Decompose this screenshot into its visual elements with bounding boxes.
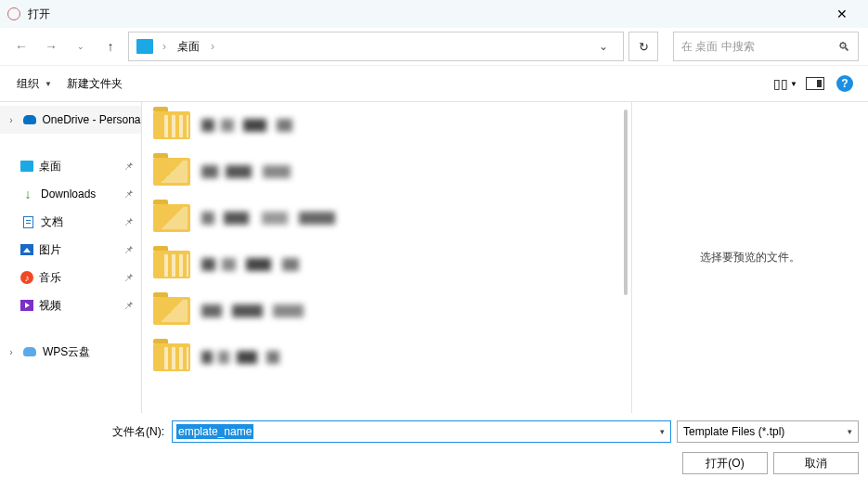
file-item[interactable] bbox=[153, 111, 620, 139]
sidebar-item-documents[interactable]: 文档 📌︎ bbox=[0, 208, 141, 236]
file-item[interactable] bbox=[153, 297, 620, 325]
breadcrumb[interactable]: › 桌面 › ⌄ bbox=[128, 32, 624, 61]
file-list bbox=[153, 111, 620, 371]
sidebar-item-pictures[interactable]: 图片 📌︎ bbox=[0, 236, 141, 264]
filename-value-selected: emplate_name bbox=[176, 424, 253, 439]
filename-input[interactable]: emplate_name ▾ bbox=[172, 420, 671, 443]
close-button[interactable]: ✕ bbox=[823, 0, 861, 28]
preview-empty-message: 选择要预览的文件。 bbox=[700, 250, 800, 265]
view-list-icon: ▯▯ bbox=[773, 76, 788, 91]
organize-button[interactable]: 组织 ▼ bbox=[9, 72, 59, 96]
folder-icon bbox=[153, 111, 190, 139]
file-name-redacted bbox=[201, 212, 359, 225]
file-item[interactable] bbox=[153, 158, 620, 186]
download-icon: ↓ bbox=[20, 187, 35, 201]
pin-icon: 📌︎ bbox=[123, 216, 134, 227]
search-icon: 🔍︎ bbox=[838, 40, 850, 54]
preview-pane-toggle[interactable] bbox=[801, 70, 829, 97]
pin-icon: 📌︎ bbox=[123, 244, 134, 255]
navbar: ← → ⌄ ↑ › 桌面 › ⌄ ↻ 在 桌面 中搜索 🔍︎ bbox=[0, 28, 868, 65]
titlebar: 打开 ✕ bbox=[0, 0, 868, 28]
file-list-area[interactable] bbox=[142, 102, 631, 413]
desktop-icon bbox=[20, 161, 33, 172]
folder-icon bbox=[153, 297, 190, 325]
file-item[interactable] bbox=[153, 251, 620, 278]
chevron-down-icon[interactable]: ▾ bbox=[660, 427, 665, 436]
search-input[interactable]: 在 桌面 中搜索 🔍︎ bbox=[673, 32, 859, 61]
pin-icon: 📌︎ bbox=[123, 161, 134, 172]
search-placeholder: 在 桌面 中搜索 bbox=[681, 39, 838, 55]
video-icon bbox=[20, 300, 33, 311]
chevron-right-icon[interactable]: › bbox=[207, 40, 218, 53]
file-item[interactable] bbox=[153, 343, 620, 371]
file-type-select[interactable]: Template Files (*.tpl) ▾ bbox=[677, 420, 859, 443]
pin-icon: 📌︎ bbox=[123, 300, 134, 311]
folder-icon bbox=[153, 204, 190, 232]
preview-pane: 选择要预览的文件。 bbox=[631, 102, 868, 413]
footer: 文件名(N): emplate_name ▾ Template Files (*… bbox=[0, 413, 868, 478]
filename-label: 文件名(N): bbox=[112, 424, 164, 440]
folder-icon bbox=[153, 158, 190, 186]
breadcrumb-segment[interactable]: 桌面 bbox=[172, 37, 205, 57]
wps-cloud-icon bbox=[22, 344, 37, 359]
documents-icon bbox=[20, 214, 35, 229]
chevron-down-icon: ▼ bbox=[45, 80, 52, 88]
file-name-redacted bbox=[201, 304, 304, 317]
refresh-button[interactable]: ↻ bbox=[628, 32, 658, 61]
help-button[interactable]: ? bbox=[831, 70, 859, 97]
view-mode-button[interactable]: ▯▯▼ bbox=[771, 70, 799, 97]
sidebar-item-downloads[interactable]: ↓ Downloads 📌︎ bbox=[0, 180, 141, 208]
file-name-redacted bbox=[201, 119, 331, 132]
help-icon: ? bbox=[836, 75, 853, 92]
pictures-icon bbox=[20, 244, 33, 255]
nav-forward-button[interactable]: → bbox=[39, 34, 63, 58]
nav-back-button[interactable]: ← bbox=[9, 34, 33, 58]
nav-recent-dropdown[interactable]: ⌄ bbox=[69, 34, 93, 58]
sidebar-item-videos[interactable]: 视频 📌︎ bbox=[0, 291, 141, 319]
nav-up-button[interactable]: ↑ bbox=[98, 34, 123, 58]
body: › OneDrive - Personal 桌面 📌︎ ↓ Downloads … bbox=[0, 102, 868, 413]
sidebar-item-wps[interactable]: › WPS云盘 bbox=[0, 338, 141, 366]
location-icon bbox=[136, 39, 153, 54]
new-folder-button[interactable]: 新建文件夹 bbox=[59, 72, 130, 96]
pin-icon: 📌︎ bbox=[123, 272, 134, 283]
chevron-down-icon: ▾ bbox=[848, 427, 852, 436]
file-name-redacted bbox=[201, 351, 313, 364]
folder-icon bbox=[153, 343, 190, 371]
file-name-redacted bbox=[201, 165, 313, 178]
chevron-down-icon: ▼ bbox=[790, 80, 797, 88]
cancel-button[interactable]: 取消 bbox=[773, 452, 859, 474]
onedrive-icon bbox=[22, 112, 37, 127]
sidebar: › OneDrive - Personal 桌面 📌︎ ↓ Downloads … bbox=[0, 102, 142, 413]
folder-icon bbox=[153, 251, 190, 278]
breadcrumb-dropdown[interactable]: ⌄ bbox=[588, 40, 619, 53]
sidebar-item-music[interactable]: ♪ 音乐 📌︎ bbox=[0, 264, 141, 291]
chevron-right-icon: › bbox=[6, 115, 17, 125]
file-item[interactable] bbox=[153, 204, 620, 232]
file-name-redacted bbox=[201, 258, 341, 271]
open-button[interactable]: 打开(O) bbox=[682, 452, 768, 474]
toolbar: 组织 ▼ 新建文件夹 ▯▯▼ ? bbox=[0, 65, 868, 102]
scrollbar[interactable] bbox=[624, 110, 628, 295]
chevron-right-icon: › bbox=[6, 347, 17, 357]
sidebar-item-onedrive[interactable]: › OneDrive - Personal bbox=[0, 106, 141, 134]
window-title: 打开 bbox=[28, 6, 823, 22]
music-icon: ♪ bbox=[20, 271, 33, 284]
pin-icon: 📌︎ bbox=[123, 188, 134, 200]
chevron-right-icon: › bbox=[159, 40, 170, 53]
app-icon bbox=[7, 7, 20, 20]
preview-pane-icon bbox=[806, 77, 824, 90]
sidebar-item-desktop[interactable]: 桌面 📌︎ bbox=[0, 152, 141, 180]
